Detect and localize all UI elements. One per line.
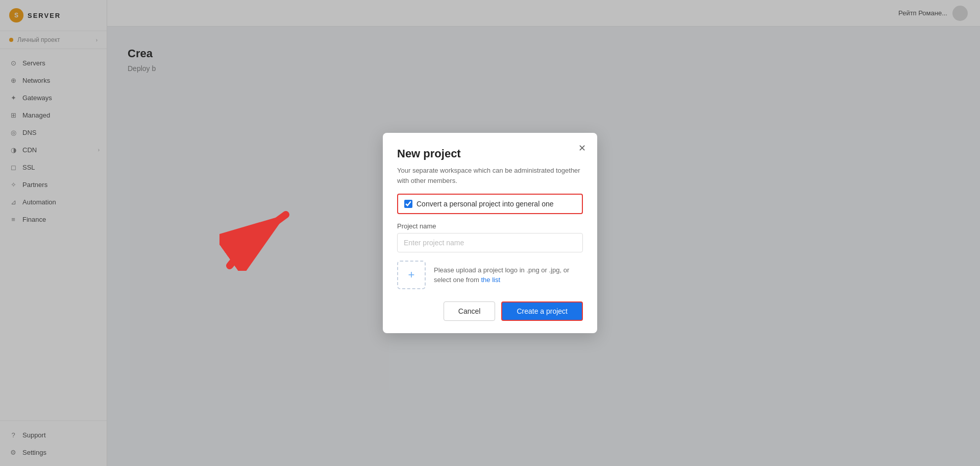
convert-checkbox-label[interactable]: Convert a personal project into general … [416,200,554,208]
modal-buttons: Cancel Create a project [397,301,583,321]
modal-overlay[interactable]: ✕ New project Your separate workspace wh… [0,0,980,466]
modal-title: New project [397,147,583,160]
project-name-label: Project name [397,222,583,230]
convert-checkbox[interactable] [404,200,412,208]
project-name-input[interactable] [397,233,583,252]
new-project-modal: ✕ New project Your separate workspace wh… [383,133,597,333]
arrow-annotation [219,199,301,273]
logo-upload-text-main: Please upload a project logo in .png or … [434,266,569,284]
convert-checkbox-row: Convert a personal project into general … [397,194,583,214]
modal-description: Your separate workspace which can be adm… [397,166,583,185]
arrow-svg [219,199,301,271]
logo-upload-description: Please upload a project logo in .png or … [434,265,583,285]
logo-upload-box[interactable]: + [397,261,426,289]
modal-close-button[interactable]: ✕ [575,141,589,155]
plus-icon: + [408,268,415,282]
logo-upload-link[interactable]: the list [481,276,501,284]
cancel-button[interactable]: Cancel [444,301,496,321]
create-project-button[interactable]: Create a project [501,301,583,321]
logo-upload-row: + Please upload a project logo in .png o… [397,261,583,289]
